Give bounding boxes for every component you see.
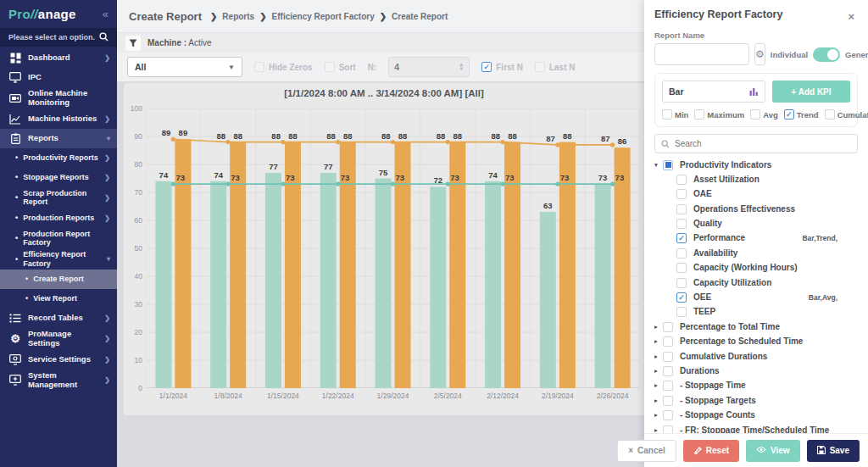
- tree-checkbox[interactable]: [676, 204, 687, 214]
- tree-checkbox[interactable]: [663, 381, 673, 391]
- view-button[interactable]: View: [746, 440, 800, 462]
- tree-checkbox[interactable]: [663, 336, 673, 347]
- tree-item-percentage-to-total-time[interactable]: ▸Percentage to Total Time: [654, 320, 858, 335]
- caret-icon[interactable]: ▸: [654, 336, 663, 345]
- tree-checkbox[interactable]: [676, 248, 687, 259]
- tree-checkbox[interactable]: [676, 233, 687, 243]
- tree-item-stoppage-targets[interactable]: ▸- Stoppage Targets: [654, 394, 858, 409]
- tree-checkbox[interactable]: [676, 263, 687, 273]
- kpi-option-cumulative[interactable]: Cumulative: [825, 109, 868, 120]
- close-icon[interactable]: ×: [844, 8, 858, 25]
- tree-item-cumulative-durations[interactable]: ▸Cumulative Durations: [654, 350, 858, 364]
- hide-zeros-checkbox[interactable]: Hide Zeros: [254, 62, 313, 72]
- tree-checkbox[interactable]: [663, 410, 673, 420]
- tree-checkbox[interactable]: [676, 278, 687, 288]
- caret-icon[interactable]: ▸: [654, 366, 663, 375]
- tree-item-capacity-utilization[interactable]: Capacity Utilization: [654, 276, 858, 291]
- sidebar-item-productivity-reports[interactable]: •Productivity Reports❯: [0, 148, 117, 168]
- tree-item-performance[interactable]: PerformanceBar,Trend,: [654, 232, 858, 247]
- sidebar-item-production-report-factory[interactable]: •Production Report Factory: [0, 228, 117, 249]
- sidebar-item-service-settings[interactable]: Service Settings❯: [0, 350, 117, 370]
- caret-icon[interactable]: [668, 292, 676, 293]
- tree-item-teep[interactable]: TEEP: [654, 306, 858, 320]
- sidebar-item-system-management[interactable]: System Management❯: [0, 370, 117, 392]
- tree-checkbox[interactable]: [676, 219, 687, 229]
- sort-checkbox[interactable]: Sort: [325, 62, 356, 72]
- caret-icon[interactable]: [668, 233, 676, 234]
- sidebar-item-stoppage-reports[interactable]: •Stoppage Reports❯: [0, 168, 117, 187]
- sidebar-item-machine-histories[interactable]: Machine Histories❯: [0, 109, 117, 129]
- gear-icon[interactable]: ⚙: [754, 43, 765, 65]
- caret-icon[interactable]: ▸: [654, 322, 663, 331]
- kpi-option-min[interactable]: Min: [662, 109, 688, 120]
- sidebar-collapse-icon[interactable]: «: [103, 8, 108, 20]
- add-kpi-button[interactable]: + Add KPI: [772, 81, 850, 103]
- sidebar-item-production-reports[interactable]: •Production Reports❯: [0, 208, 117, 228]
- tree-checkbox[interactable]: [676, 307, 687, 317]
- sidebar-search[interactable]: Please select an option.: [0, 28, 117, 47]
- caret-icon[interactable]: [668, 278, 676, 279]
- sidebar-item-scrap-production-report[interactable]: •Scrap Production Report❯: [0, 187, 117, 208]
- reset-button[interactable]: Reset: [683, 440, 739, 462]
- breadcrumb-item[interactable]: Create Report: [392, 12, 448, 21]
- caret-icon[interactable]: [668, 189, 676, 190]
- tree-item-percentage-to-scheduled-time[interactable]: ▸Percentage to Scheduled Time: [654, 336, 858, 350]
- tree-checkbox[interactable]: [663, 352, 673, 362]
- save-button[interactable]: Save: [807, 440, 860, 462]
- caret-icon[interactable]: ▸: [654, 381, 663, 389]
- search-input[interactable]: [675, 139, 851, 148]
- sidebar-item-ipc[interactable]: IPC: [0, 68, 117, 87]
- kpi-search[interactable]: [654, 134, 858, 153]
- sidebar-item-dashboard[interactable]: Dashboard❯: [0, 48, 117, 68]
- kpi-option-avg[interactable]: Avg: [750, 109, 778, 120]
- report-name-input[interactable]: [654, 43, 749, 65]
- caret-icon[interactable]: ▸: [654, 410, 663, 419]
- sidebar-item-view-report[interactable]: •View Report: [0, 289, 117, 309]
- tree-checkbox[interactable]: [663, 366, 673, 376]
- n-stepper[interactable]: 4 ▲▼: [388, 57, 470, 77]
- caret-icon[interactable]: [668, 307, 676, 308]
- last-n-checkbox[interactable]: Last N: [535, 62, 576, 72]
- sidebar-item-online-machine-monitoring[interactable]: Online Machine Monitoring: [0, 87, 117, 109]
- caret-icon[interactable]: [668, 204, 676, 205]
- tree-item-operations-effectiveness[interactable]: Operations Effectiveness: [654, 203, 858, 217]
- chart-type-select[interactable]: Bar: [662, 81, 765, 103]
- filter-funnel-icon[interactable]: [125, 36, 141, 51]
- caret-icon[interactable]: [668, 248, 676, 249]
- tree-item-durations[interactable]: ▸Durations: [654, 364, 858, 379]
- sidebar-item-reports[interactable]: Reports▾: [0, 129, 117, 148]
- tree-checkbox[interactable]: [663, 322, 673, 332]
- tree-item-availability[interactable]: Availability: [654, 247, 858, 261]
- caret-icon[interactable]: ▾: [654, 160, 663, 169]
- cancel-button[interactable]: ×Cancel: [617, 440, 676, 462]
- tree-item-stoppage-time[interactable]: ▸- Stoppage Time: [654, 380, 858, 394]
- kpi-option-maximum[interactable]: Maximum: [694, 109, 744, 120]
- sidebar-item-create-report[interactable]: •Create Report: [0, 270, 117, 289]
- breadcrumb-item[interactable]: Reports: [222, 12, 254, 21]
- caret-icon[interactable]: [668, 219, 676, 220]
- tree-checkbox[interactable]: [663, 160, 673, 170]
- caret-icon[interactable]: ▸: [654, 396, 663, 404]
- caret-icon[interactable]: ▸: [654, 352, 663, 360]
- tree-item-capacity-working-hours[interactable]: Capacity (Working Hours): [654, 262, 858, 276]
- individual-general-toggle[interactable]: [813, 47, 840, 62]
- caret-icon[interactable]: [668, 175, 676, 175]
- scope-dropdown[interactable]: All▼: [127, 57, 242, 77]
- sidebar-item-efficiency-report-factory[interactable]: •Efficiency Report Factory▾: [0, 248, 117, 270]
- kpi-option-trend[interactable]: Trend: [784, 109, 819, 120]
- sidebar-item-promanage-settings[interactable]: ⚙ProManage Settings❯: [0, 328, 117, 350]
- tree-item-oae[interactable]: OAE: [654, 188, 858, 203]
- caret-icon[interactable]: [668, 263, 676, 264]
- first-n-checkbox[interactable]: First N: [481, 62, 523, 72]
- breadcrumb-item[interactable]: Efficiency Report Factory: [272, 12, 375, 21]
- tree-checkbox[interactable]: [663, 396, 673, 406]
- tree-item-quality[interactable]: Quality: [654, 218, 858, 232]
- tree-item-oee[interactable]: OEEBar,Avg,: [654, 292, 858, 306]
- tree-item-stoppage-counts[interactable]: ▸- Stoppage Counts: [654, 409, 858, 424]
- tree-checkbox[interactable]: [676, 175, 687, 185]
- tree-checkbox[interactable]: [676, 189, 687, 199]
- tree-item-productivity-indicators[interactable]: ▾Productivity Indicators: [654, 158, 858, 173]
- tree-checkbox[interactable]: [676, 292, 687, 303]
- tree-item-asset-utilization[interactable]: Asset Utilization: [654, 173, 858, 187]
- stepper-arrows-icon[interactable]: ▲▼: [459, 63, 464, 71]
